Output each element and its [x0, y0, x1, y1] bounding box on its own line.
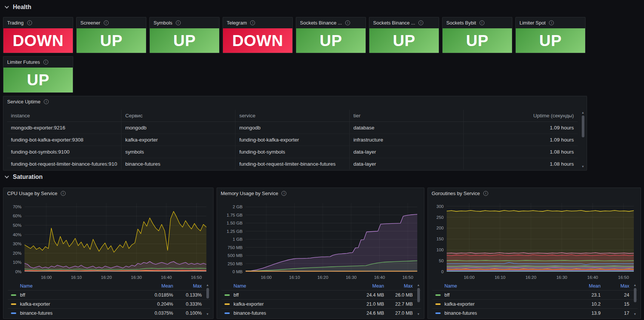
- info-icon[interactable]: i: [176, 20, 181, 25]
- series-color-swatch[interactable]: [11, 294, 16, 296]
- series-mean: 24.4 MB: [349, 292, 384, 298]
- svg-text:1.75 GB: 1.75 GB: [227, 213, 243, 217]
- series-color-swatch[interactable]: [435, 303, 441, 305]
- cell-servis: mongodb: [121, 122, 235, 134]
- svg-text:50%: 50%: [13, 223, 22, 228]
- series-max: 24: [601, 292, 629, 298]
- info-icon[interactable]: i: [549, 20, 554, 25]
- cpu-usage-chart[interactable]: 70%60%50%40%30%20%10%0%16:0016:1016:2016…: [7, 200, 209, 282]
- legend-mean-header[interactable]: Mean: [349, 283, 384, 289]
- scroll-up-icon[interactable]: ▲: [417, 283, 420, 287]
- info-icon[interactable]: i: [43, 60, 48, 65]
- column-header-instance[interactable]: instance: [7, 110, 121, 122]
- scroll-up-icon[interactable]: ▲: [581, 111, 584, 115]
- cell-tier: infrastructure: [349, 134, 463, 146]
- info-icon[interactable]: i: [483, 191, 488, 196]
- info-icon[interactable]: i: [44, 99, 49, 104]
- status-value: UP: [443, 28, 512, 53]
- svg-text:1.25 GB: 1.25 GB: [227, 229, 243, 234]
- info-icon[interactable]: i: [281, 191, 286, 196]
- info-icon[interactable]: i: [250, 20, 255, 25]
- panel-title: Sockets Binance ...: [300, 20, 342, 26]
- legend-name-header[interactable]: Name: [444, 283, 566, 289]
- series-color-swatch[interactable]: [224, 294, 230, 296]
- memory-usage-chart[interactable]: 2 GB1.75 GB1.50 GB1.25 GB1 GB750 MB500 M…: [221, 200, 420, 282]
- legend-mean-header[interactable]: Mean: [138, 283, 173, 289]
- svg-text:16:50: 16:50: [191, 275, 202, 280]
- section-header-saturation[interactable]: Saturation: [5, 174, 43, 180]
- legend-name-header[interactable]: Name: [234, 283, 349, 289]
- scroll-up-icon[interactable]: ▲: [206, 283, 209, 287]
- legend-max-header[interactable]: Max: [384, 283, 413, 289]
- series-mean: 13.9: [566, 311, 601, 316]
- svg-text:16:50: 16:50: [403, 275, 413, 280]
- series-color-swatch[interactable]: [11, 312, 16, 314]
- legend-max-header[interactable]: Max: [173, 283, 202, 289]
- panel-title: Service Uptime: [7, 99, 40, 105]
- svg-text:10%: 10%: [13, 260, 22, 265]
- cell-instance: mongodb-exporter:9216: [7, 122, 121, 134]
- info-icon[interactable]: i: [27, 20, 32, 25]
- scroll-down-icon[interactable]: ▼: [581, 165, 584, 169]
- series-name[interactable]: kafka-exporter: [234, 302, 349, 307]
- cell-tier: data-layer: [349, 146, 463, 158]
- legend-name-header[interactable]: Name: [20, 283, 138, 289]
- legend-scrollbar[interactable]: ▲ ▼: [632, 283, 638, 316]
- column-header-servis[interactable]: Сервис: [121, 110, 235, 122]
- cell-tier: data-layer: [349, 158, 463, 170]
- goroutines-chart[interactable]: 30025020015010050016:0016:1016:2016:3016…: [432, 200, 637, 282]
- series-color-swatch[interactable]: [435, 294, 441, 296]
- series-color-swatch[interactable]: [435, 312, 441, 314]
- info-icon[interactable]: i: [345, 20, 350, 25]
- cell-servis: symbols: [121, 146, 235, 158]
- series-max: 15: [601, 302, 629, 307]
- legend-mean-header[interactable]: Mean: [566, 283, 601, 289]
- series-color-swatch[interactable]: [11, 303, 16, 305]
- cell-servis: kafka-exporter: [121, 134, 235, 146]
- series-color-swatch[interactable]: [224, 312, 230, 314]
- svg-text:300: 300: [437, 204, 444, 209]
- series-name[interactable]: binance-futures: [20, 311, 138, 316]
- legend-row: binance-futures 24.6 MB 27.0 MB: [221, 308, 421, 317]
- info-icon[interactable]: i: [418, 20, 423, 25]
- scroll-up-icon[interactable]: ▲: [633, 283, 636, 287]
- cell-uptime: 1.08 hours: [464, 158, 578, 170]
- series-name[interactable]: bff: [20, 292, 138, 298]
- svg-text:16:00: 16:00: [41, 275, 52, 280]
- status-panel-trading: Tradingi DOWN: [3, 17, 73, 53]
- column-header-service[interactable]: service: [235, 110, 349, 122]
- svg-text:0%: 0%: [15, 269, 22, 274]
- series-name[interactable]: kafka-exporter: [20, 302, 138, 307]
- svg-text:16:40: 16:40: [161, 275, 172, 280]
- series-name[interactable]: binance-futures: [444, 311, 566, 316]
- scroll-down-icon[interactable]: ▼: [417, 312, 420, 316]
- series-name[interactable]: kafka-exporter: [444, 302, 566, 307]
- panel-title: Symbols: [154, 20, 172, 26]
- series-mean: 0.204%: [138, 302, 173, 307]
- svg-text:16:10: 16:10: [71, 275, 82, 280]
- panel-title: Sockets Binance ...: [373, 20, 415, 26]
- legend-scrollbar[interactable]: ▲ ▼: [416, 283, 421, 316]
- legend-max-header[interactable]: Max: [601, 283, 629, 289]
- info-icon[interactable]: i: [480, 20, 484, 25]
- table-row: funding-bot-symbols:9100 symbols funding…: [7, 146, 578, 158]
- section-header-health[interactable]: Health: [5, 4, 31, 11]
- scroll-down-icon[interactable]: ▼: [633, 312, 636, 316]
- series-mean: 0.0375%: [138, 311, 173, 316]
- info-icon[interactable]: i: [104, 20, 109, 25]
- table-header-row: instance Сервис service tier Uptime (сек…: [7, 110, 578, 122]
- svg-text:16:10: 16:10: [495, 275, 506, 280]
- cell-service: funding-bot-kafka-exporter: [235, 134, 349, 146]
- table-scrollbar[interactable]: ▲ ▼: [580, 111, 586, 169]
- column-header-tier[interactable]: tier: [349, 110, 463, 122]
- legend-scrollbar[interactable]: ▲ ▼: [205, 283, 210, 316]
- series-name[interactable]: bff: [234, 292, 349, 298]
- series-name[interactable]: binance-futures: [234, 311, 349, 316]
- scroll-down-icon[interactable]: ▼: [206, 312, 209, 316]
- column-header-uptime[interactable]: Uptime (секунды): [464, 110, 578, 122]
- svg-text:0: 0: [441, 269, 444, 274]
- series-name[interactable]: bff: [444, 292, 566, 298]
- status-panel-symbols: Symbolsi UP: [149, 17, 220, 53]
- series-color-swatch[interactable]: [224, 303, 230, 305]
- info-icon[interactable]: i: [61, 191, 66, 196]
